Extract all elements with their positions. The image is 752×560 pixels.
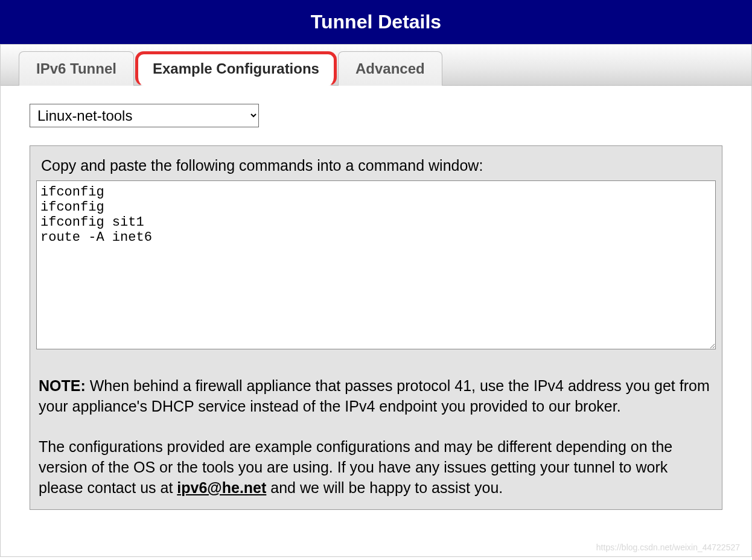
tab-ipv6-tunnel[interactable]: IPv6 Tunnel: [19, 51, 134, 86]
note-paragraph-1: NOTE: When behind a firewall appliance t…: [39, 376, 713, 417]
contact-email-link[interactable]: ipv6@he.net: [177, 479, 266, 496]
tab-advanced[interactable]: Advanced: [338, 51, 442, 86]
note-paragraph-2: The configurations provided are example …: [39, 437, 713, 498]
page-title: Tunnel Details: [311, 11, 441, 33]
tab-content: Linux-net-tools Copy and paste the follo…: [1, 86, 751, 528]
note-label: NOTE:: [39, 377, 86, 394]
note-body-1: When behind a firewall appliance that pa…: [39, 377, 710, 415]
tab-example-configurations[interactable]: Example Configurations: [135, 51, 337, 86]
tab-label: Example Configurations: [153, 60, 319, 77]
tab-label: Advanced: [355, 60, 425, 77]
note-body-2b: and we will be happy to assist you.: [266, 479, 503, 496]
note-block: NOTE: When behind a firewall appliance t…: [36, 376, 716, 498]
tab-label: IPv6 Tunnel: [36, 60, 116, 77]
instruction-text: Copy and paste the following commands in…: [41, 157, 716, 174]
commands-textarea[interactable]: [36, 180, 716, 349]
watermark: https://blog.csdn.net/weixin_44722527: [596, 542, 740, 552]
os-select[interactable]: Linux-net-tools: [30, 104, 259, 127]
config-box: Copy and paste the following commands in…: [30, 145, 722, 510]
page-title-bar: Tunnel Details: [0, 0, 752, 44]
tab-bar: IPv6 Tunnel Example Configurations Advan…: [1, 45, 751, 86]
tunnel-panel: IPv6 Tunnel Example Configurations Advan…: [0, 44, 752, 557]
